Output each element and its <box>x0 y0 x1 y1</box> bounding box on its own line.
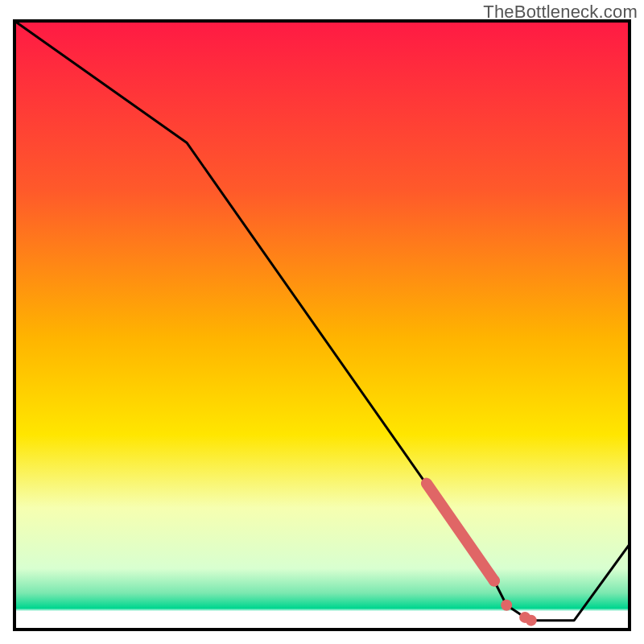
highlight-point-1 <box>501 600 512 611</box>
watermark-text: TheBottleneck.com <box>483 2 638 23</box>
gradient-background <box>14 21 630 630</box>
highlight-point-3 <box>526 615 537 626</box>
bottleneck-chart <box>0 0 644 644</box>
highlight-point-0 <box>489 576 500 587</box>
